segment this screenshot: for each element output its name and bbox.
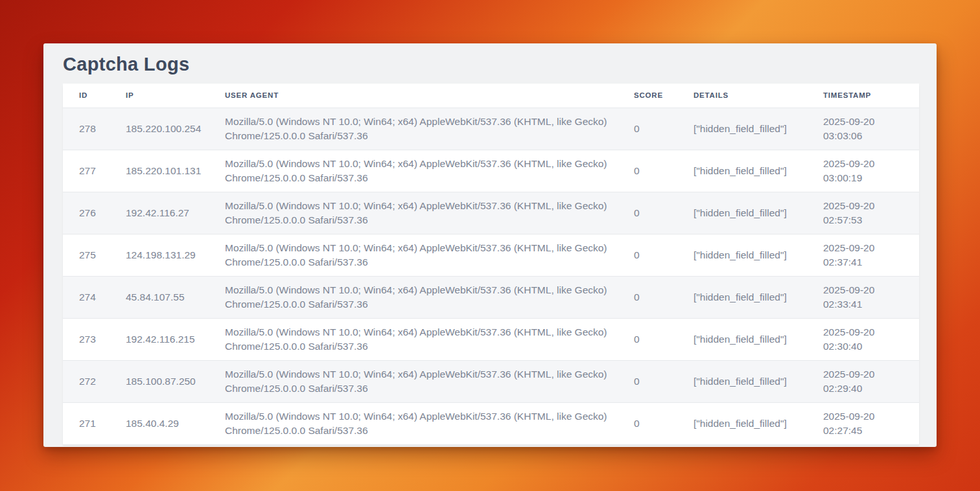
cell-timestamp: 2025-09-20 03:03:06 [823, 108, 919, 150]
cell-score: 0 [634, 150, 694, 192]
cell-ip: 185.40.4.29 [126, 402, 225, 444]
cell-details: ["hidden_field_filled"] [694, 108, 823, 150]
table-row: 273 192.42.116.215 Mozilla/5.0 (Windows … [63, 318, 919, 360]
cell-ip: 185.100.87.250 [126, 360, 225, 402]
cell-score: 0 [634, 402, 694, 444]
cell-ip: 192.42.116.215 [126, 318, 225, 360]
cell-timestamp: 2025-09-20 02:57:53 [823, 192, 919, 234]
table-row: 274 45.84.107.55 Mozilla/5.0 (Windows NT… [63, 276, 919, 318]
cell-ip: 185.220.101.131 [126, 150, 225, 192]
page-title: Captcha Logs [63, 54, 937, 75]
cell-user-agent: Mozilla/5.0 (Windows NT 10.0; Win64; x64… [225, 276, 634, 318]
cell-timestamp: 2025-09-20 02:37:41 [823, 234, 919, 276]
cell-details: ["hidden_field_filled"] [694, 234, 823, 276]
cell-timestamp: 2025-09-20 02:29:40 [823, 360, 919, 402]
table-row: 278 185.220.100.254 Mozilla/5.0 (Windows… [63, 108, 919, 150]
cell-score: 0 [634, 108, 694, 150]
table-row: 277 185.220.101.131 Mozilla/5.0 (Windows… [63, 150, 919, 192]
cell-user-agent: Mozilla/5.0 (Windows NT 10.0; Win64; x64… [225, 108, 634, 150]
cell-user-agent: Mozilla/5.0 (Windows NT 10.0; Win64; x64… [225, 150, 634, 192]
captcha-logs-table: ID IP USER AGENT SCORE DETAILS TIMESTAMP… [63, 84, 919, 445]
cell-ip: 185.220.100.254 [126, 108, 225, 150]
cell-timestamp: 2025-09-20 03:00:19 [823, 150, 919, 192]
column-header-details: DETAILS [694, 84, 823, 108]
column-header-user-agent: USER AGENT [225, 84, 634, 108]
table-row: 276 192.42.116.27 Mozilla/5.0 (Windows N… [63, 192, 919, 234]
cell-id: 273 [63, 318, 126, 360]
cell-user-agent: Mozilla/5.0 (Windows NT 10.0; Win64; x64… [225, 192, 634, 234]
cell-details: ["hidden_field_filled"] [694, 150, 823, 192]
column-header-ip: IP [126, 84, 225, 108]
table-row: 275 124.198.131.29 Mozilla/5.0 (Windows … [63, 234, 919, 276]
cell-score: 0 [634, 192, 694, 234]
cell-details: ["hidden_field_filled"] [694, 276, 823, 318]
cell-user-agent: Mozilla/5.0 (Windows NT 10.0; Win64; x64… [225, 360, 634, 402]
column-header-score: SCORE [634, 84, 694, 108]
cell-score: 0 [634, 318, 694, 360]
cell-score: 0 [634, 234, 694, 276]
cell-score: 0 [634, 276, 694, 318]
cell-timestamp: 2025-09-20 02:27:45 [823, 402, 919, 444]
cell-id: 275 [63, 234, 126, 276]
cell-ip: 192.42.116.27 [126, 192, 225, 234]
cell-id: 271 [63, 402, 126, 444]
cell-details: ["hidden_field_filled"] [694, 360, 823, 402]
cell-timestamp: 2025-09-20 02:33:41 [823, 276, 919, 318]
cell-user-agent: Mozilla/5.0 (Windows NT 10.0; Win64; x64… [225, 318, 634, 360]
cell-details: ["hidden_field_filled"] [694, 192, 823, 234]
cell-id: 274 [63, 276, 126, 318]
cell-id: 277 [63, 150, 126, 192]
table-row: 271 185.40.4.29 Mozilla/5.0 (Windows NT … [63, 402, 919, 444]
table-header-row: ID IP USER AGENT SCORE DETAILS TIMESTAMP [63, 84, 919, 108]
cell-score: 0 [634, 360, 694, 402]
captcha-logs-card: Captcha Logs ID IP USER AGENT SCORE DETA… [43, 43, 937, 447]
column-header-id: ID [63, 84, 126, 108]
cell-details: ["hidden_field_filled"] [694, 402, 823, 444]
cell-user-agent: Mozilla/5.0 (Windows NT 10.0; Win64; x64… [225, 402, 634, 444]
cell-ip: 124.198.131.29 [126, 234, 225, 276]
table-row: 272 185.100.87.250 Mozilla/5.0 (Windows … [63, 360, 919, 402]
cell-id: 276 [63, 192, 126, 234]
cell-details: ["hidden_field_filled"] [694, 318, 823, 360]
cell-user-agent: Mozilla/5.0 (Windows NT 10.0; Win64; x64… [225, 234, 634, 276]
cell-id: 272 [63, 360, 126, 402]
cell-ip: 45.84.107.55 [126, 276, 225, 318]
cell-timestamp: 2025-09-20 02:30:40 [823, 318, 919, 360]
column-header-timestamp: TIMESTAMP [823, 84, 919, 108]
cell-id: 278 [63, 108, 126, 150]
